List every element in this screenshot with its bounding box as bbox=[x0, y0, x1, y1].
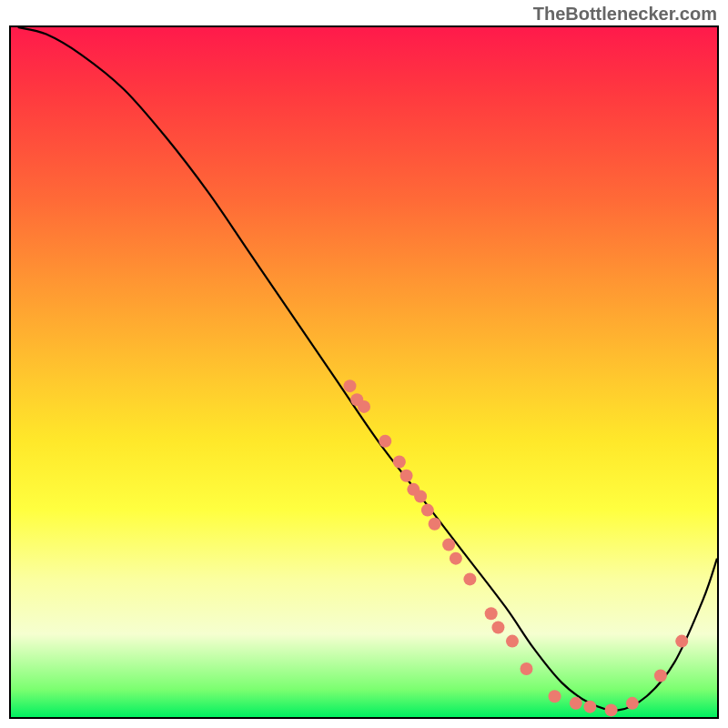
chart-marker bbox=[414, 490, 427, 502]
chart-plot-area bbox=[9, 25, 719, 719]
chart-marker bbox=[463, 572, 476, 585]
credit-label: TheBottlenecker.com bbox=[533, 4, 717, 25]
chart-marker bbox=[626, 697, 639, 710]
chart-marker bbox=[485, 607, 498, 620]
chart-marker bbox=[605, 703, 618, 716]
chart-marker bbox=[583, 701, 596, 713]
chart-marker bbox=[570, 697, 582, 710]
chart-marker bbox=[379, 435, 391, 448]
chart-svg bbox=[11, 27, 717, 717]
chart-curve bbox=[18, 27, 717, 711]
chart-marker bbox=[442, 539, 455, 551]
chart-marker bbox=[506, 635, 519, 648]
chart-marker bbox=[358, 400, 370, 413]
chart-marker bbox=[675, 635, 688, 648]
chart-marker bbox=[400, 470, 413, 482]
chart-markers bbox=[343, 379, 688, 716]
chart-marker bbox=[491, 621, 504, 633]
chart-marker bbox=[520, 662, 532, 675]
chart-marker bbox=[421, 504, 434, 517]
chart-marker bbox=[450, 552, 462, 565]
chart-marker bbox=[549, 690, 561, 703]
chart-marker bbox=[343, 379, 356, 392]
chart-marker bbox=[654, 670, 667, 682]
chart-marker bbox=[429, 518, 441, 531]
chart-marker bbox=[393, 456, 406, 469]
